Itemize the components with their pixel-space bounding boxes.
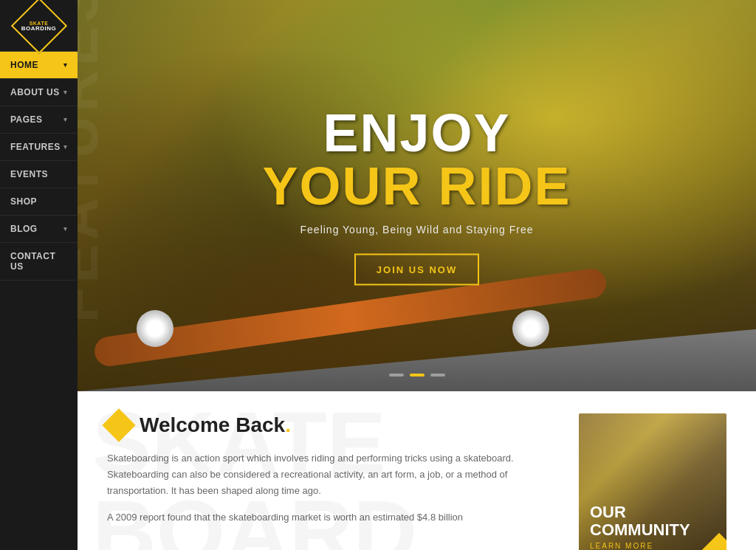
sidebar-item-pages[interactable]: PAGES ▾: [0, 106, 78, 134]
community-card[interactable]: OURCOMMUNITY LEARN MORE: [579, 413, 726, 550]
welcome-heading: Welcome Back.: [107, 413, 557, 437]
sidebar-item-blog[interactable]: BLOG ▾: [0, 216, 78, 243]
chevron-icon: ▾: [63, 61, 68, 69]
logo[interactable]: SKATE BOARDING: [0, 0, 78, 52]
diamond-icon: [102, 408, 135, 441]
main-content: FeaTURES ENJOY YOUR RIDE Feeling Young, …: [78, 0, 756, 550]
wheel-right: [512, 310, 549, 347]
slider-dot-2[interactable]: [410, 374, 425, 377]
welcome-body-2: A 2009 report found that the skateboardi…: [107, 509, 557, 526]
chevron-icon: ▾: [63, 116, 68, 123]
welcome-body-1: Skateboarding is an action sport which i…: [107, 450, 557, 499]
chevron-icon: ▾: [63, 225, 68, 233]
slider-dot-1[interactable]: [389, 374, 404, 377]
sidebar-item-about-us[interactable]: ABOUT US ▾: [0, 79, 78, 106]
community-diamond-icon: [698, 533, 726, 550]
sidebar-nav: HOME ▾ ABOUT US ▾ PAGES ▾ FEATURES ▾ EVE…: [0, 52, 78, 281]
welcome-text-area: SKATEBOARD Welcome Back. Skateboarding i…: [107, 413, 557, 550]
slider-dot-3[interactable]: [430, 374, 445, 377]
chevron-icon: ▾: [63, 89, 68, 96]
logo-text-bottom: BOARDING: [21, 25, 57, 31]
bottom-section: SKATEBOARD Welcome Back. Skateboarding i…: [78, 391, 756, 550]
chevron-icon: ▾: [63, 143, 68, 151]
hero-section: FeaTURES ENJOY YOUR RIDE Feeling Young, …: [78, 0, 756, 391]
sidebar: SKATE BOARDING HOME ▾ ABOUT US ▾ PAGES ▾…: [0, 0, 78, 550]
sidebar-item-home[interactable]: HOME ▾: [0, 52, 78, 79]
sidebar-item-shop[interactable]: SHOP: [0, 188, 78, 216]
community-title: OURCOMMUNITY: [590, 503, 690, 539]
sidebar-item-events[interactable]: EVENTS: [0, 161, 78, 188]
welcome-title: Welcome Back.: [140, 413, 291, 437]
sidebar-item-features[interactable]: FEATURES ▾: [0, 134, 78, 161]
community-label: OURCOMMUNITY LEARN MORE: [590, 503, 690, 550]
community-card-bg: OURCOMMUNITY LEARN MORE: [579, 413, 726, 550]
sidebar-item-contact-us[interactable]: CONTACT US: [0, 243, 78, 281]
wheel-left: [137, 310, 173, 347]
hero-title-line1: ENJOY: [233, 106, 602, 159]
hero-text-container: ENJOY YOUR RIDE Feeling Young, Being Wil…: [233, 106, 602, 286]
dot-accent: .: [285, 413, 291, 436]
hero-subtitle: Feeling Young, Being Wild and Staying Fr…: [233, 224, 602, 236]
hero-cta-button[interactable]: JOIN US NOW: [354, 254, 479, 286]
hero-title-line2: YOUR RIDE: [233, 159, 602, 213]
slider-dots: [389, 374, 445, 377]
community-learn-more[interactable]: LEARN MORE: [590, 542, 690, 550]
